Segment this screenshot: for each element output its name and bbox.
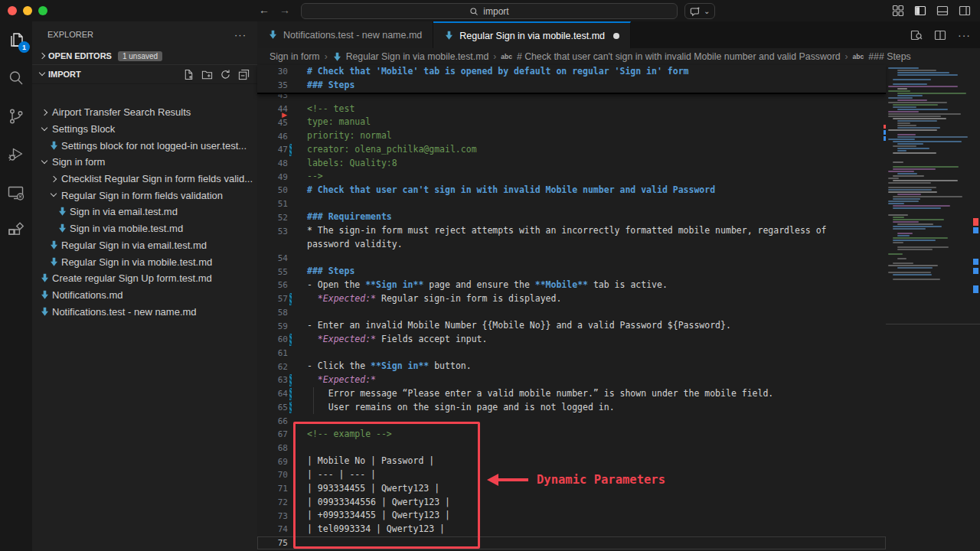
tab-regular-sign-in-via-mobile[interactable]: Regular Sign in via mobile.test.md: [433, 21, 631, 48]
tree-item[interactable]: Create regular Sign Up form.test.md: [32, 270, 257, 287]
code-line[interactable]: 65 User remains on the sign-in page and …: [257, 401, 886, 415]
tree-item[interactable]: Settings block for not logged-in user.te…: [32, 137, 257, 154]
minimize-window-button[interactable]: [23, 6, 32, 15]
window-controls[interactable]: [8, 6, 47, 15]
breadcrumb-separator: ›: [845, 51, 848, 62]
code-line[interactable]: 54: [257, 252, 886, 266]
remote-explorer-icon[interactable]: [7, 184, 25, 202]
nav-forward-button[interactable]: →: [279, 4, 290, 16]
gutter-decorations: ▶: [288, 116, 297, 129]
tree-item[interactable]: Notifications.md: [32, 287, 257, 304]
tree-item[interactable]: Airport Transfer Search Results: [32, 104, 257, 121]
tree-item[interactable]: Sign in via mobile.test.md: [32, 220, 257, 237]
new-folder-icon[interactable]: [201, 69, 213, 80]
code-line[interactable]: 52### Requirements: [257, 210, 886, 224]
tree-item-label: Sign in form: [52, 156, 105, 168]
toggle-primary-sidebar-icon[interactable]: [914, 5, 926, 17]
minimap-line: [888, 272, 931, 273]
collapse-all-icon[interactable]: [238, 69, 250, 80]
code-line[interactable]: 45▶type: manual: [257, 116, 886, 129]
tree-item[interactable]: Regular Sign in via email.test.md: [32, 237, 257, 254]
extensions-icon[interactable]: [7, 222, 25, 240]
code-line[interactable]: 63 *Expected:*: [257, 373, 886, 387]
tree-item[interactable]: Settings Block: [32, 121, 257, 138]
code-line[interactable]: 49-->: [257, 170, 886, 184]
explorer-more-actions-button[interactable]: ···: [234, 29, 247, 41]
run-debug-icon[interactable]: [7, 145, 25, 164]
code-line[interactable]: 50# Check that user can't sign in with i…: [257, 184, 886, 197]
new-file-icon[interactable]: [183, 69, 194, 80]
refresh-icon[interactable]: [220, 69, 231, 80]
customize-layout-icon[interactable]: [892, 5, 904, 17]
code-line[interactable]: 48labels: Quality:8: [257, 157, 886, 171]
gutter-decorations: [288, 279, 297, 292]
code-line[interactable]: 62- Click the **Sign in** button.: [257, 360, 886, 373]
toggle-panel-icon[interactable]: [936, 5, 949, 17]
tree-item[interactable]: Sign in via email.test.md: [32, 204, 257, 220]
code-line[interactable]: 58: [257, 306, 886, 320]
code-line[interactable]: 53* The sign-in form must reject attempt…: [257, 224, 886, 238]
scrollbar-slider-edge[interactable]: [886, 324, 980, 324]
toggle-secondary-sidebar-icon[interactable]: [959, 5, 971, 17]
code-line[interactable]: 44<!-- test: [257, 103, 886, 116]
breadcrumb-item[interactable]: ### Steps: [868, 51, 910, 62]
open-editors-section[interactable]: OPEN EDITORS 1 unsaved: [32, 47, 257, 64]
minimap-line: [893, 152, 936, 154]
minimap-line: [897, 127, 940, 129]
markdown-icon: [47, 239, 60, 251]
gutter-decorations: [288, 252, 297, 266]
nav-back-button[interactable]: ←: [259, 4, 270, 16]
code-line[interactable]: 35### Steps: [257, 79, 886, 93]
explorer-icon[interactable]: 1: [7, 31, 25, 49]
minimap-line: [888, 187, 936, 188]
code-line[interactable]: 30# Check that 'Mobile' tab is opened by…: [257, 65, 886, 79]
search-view-icon[interactable]: [7, 69, 25, 87]
split-editor-icon[interactable]: [934, 29, 946, 41]
open-preview-icon[interactable]: [910, 29, 923, 41]
minimap-line: [893, 83, 927, 85]
file-tree: Airport Transfer Search ResultsSettings …: [32, 104, 257, 320]
code-line[interactable]: 64 Error message “Please enter a valid m…: [257, 387, 886, 401]
markdown-icon: [38, 305, 51, 318]
breakpoint-arrow-icon[interactable]: ▶: [282, 111, 287, 119]
tree-item[interactable]: Sign in form: [32, 154, 257, 171]
unsaved-dot-icon[interactable]: [613, 33, 619, 39]
code-line[interactable]: 61: [257, 347, 886, 360]
tree-item[interactable]: Checklist Regular Sign in form fields va…: [32, 171, 257, 187]
code-line[interactable]: 57 *Expected:* Regular sign-in form is d…: [257, 292, 886, 306]
breadcrumb-item[interactable]: # Check that user can't sign in with inv…: [517, 51, 841, 62]
code-line[interactable]: 47creator: olena_pchilka@gmail.com: [257, 143, 886, 157]
markdown-icon: [38, 289, 51, 301]
more-actions-icon[interactable]: ···: [958, 29, 971, 41]
minimap-line: [893, 79, 931, 80]
tab-bar: Notifications.test - new name.md Regular…: [257, 21, 980, 48]
tab-notifications-test[interactable]: Notifications.test - new name.md: [257, 21, 433, 48]
chevron-right-icon: [47, 173, 60, 185]
minimap[interactable]: [886, 65, 970, 282]
code-line[interactable]: password validity.: [257, 238, 886, 252]
breadcrumb-item[interactable]: Regular Sign in via mobile.test.md: [346, 51, 489, 62]
code-line[interactable]: 46priority: normal: [257, 129, 886, 143]
tree-item[interactable]: Notifications.test - new name.md: [32, 303, 257, 320]
maximize-window-button[interactable]: [38, 6, 47, 15]
minimap-line: [893, 141, 962, 142]
tree-item[interactable]: Regular Sign in via mobile.test.md: [32, 253, 257, 270]
code-line[interactable]: 60 *Expected:* Fields accept input.: [257, 333, 886, 347]
close-window-button[interactable]: [8, 6, 17, 15]
code-line[interactable]: 55### Steps: [257, 265, 886, 279]
sticky-scroll[interactable]: 30# Check that 'Mobile' tab is opened by…: [257, 65, 886, 94]
code-line[interactable]: 51: [257, 197, 886, 211]
minimap-line: [893, 219, 944, 220]
code-text: # Check that 'Mobile' tab is opened by d…: [307, 65, 689, 79]
source-control-icon[interactable]: [7, 107, 25, 126]
copilot-menu-button[interactable]: ⌄: [684, 3, 715, 19]
breadcrumb-item[interactable]: Sign in form: [270, 51, 320, 62]
minimap-line: [893, 161, 903, 163]
code-text: -->: [307, 170, 323, 184]
command-center-search[interactable]: import: [301, 3, 678, 19]
line-number: 68: [257, 443, 288, 453]
code-line[interactable]: 59- Enter an invalid Mobile Number {{Mob…: [257, 319, 886, 333]
tree-item[interactable]: Regular Sign in form fields validation: [32, 187, 257, 204]
code-line[interactable]: 56- Open the **Sign in** page and ensure…: [257, 279, 886, 292]
import-section-header[interactable]: IMPORT: [32, 64, 257, 84]
